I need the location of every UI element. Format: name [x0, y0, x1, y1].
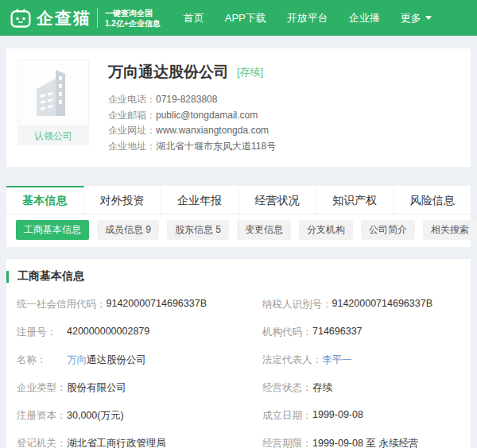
field-label: 名称：	[17, 353, 67, 367]
logo-divider	[97, 8, 98, 28]
sub-tabs: 工商基本信息 成员信息 9 股东信息 5 变更信息 分支机构 公司简介 相关搜索	[6, 214, 471, 247]
subtab-changes[interactable]: 变更信息	[237, 220, 291, 240]
keyword-highlight: 万向	[67, 354, 87, 365]
field-label: 登记机关：	[17, 437, 67, 448]
field-label: 经营状态：	[262, 381, 312, 395]
subtab-business-basic-info[interactable]: 工商基本信息	[16, 220, 89, 240]
tab-annual-report[interactable]: 企业年报	[161, 186, 239, 214]
field-value: 714696337	[312, 326, 363, 339]
field-label: 机构代码：	[262, 326, 312, 339]
field-value: 1999-09-08	[312, 409, 363, 423]
tab-operating-status[interactable]: 经营状况	[239, 186, 317, 214]
section-accent-bar	[6, 271, 9, 283]
cat-logo-icon	[10, 7, 32, 29]
tabs-card: 基本信息 对外投资 企业年报 经营状况 知识产权 风险信息 工商基本信息 成员信…	[6, 186, 471, 247]
tab-risk-info[interactable]: 风险信息	[394, 186, 471, 214]
company-phone: 企业电话：0719-8283808	[108, 92, 276, 108]
nav-more[interactable]: 更多	[390, 0, 442, 36]
field-value: 股份有限公司	[67, 381, 126, 395]
company-name: 万向通达股份公司	[108, 62, 229, 83]
subtab-shareholders[interactable]: 股东信息 5	[167, 220, 229, 240]
tab-outbound-investment[interactable]: 对外投资	[84, 186, 162, 214]
subtab-members[interactable]: 成员信息 9	[97, 220, 159, 240]
top-navbar: 企查猫 一键查询全国 1.2亿+企业信息 首页 APP下载 开放平台 企业播 更…	[0, 0, 477, 36]
table-row: 企业类型：股份有限公司 经营状态：存续	[6, 374, 471, 402]
company-media: 认领公司	[17, 60, 89, 154]
legal-representative-link[interactable]: 李平一	[322, 353, 352, 367]
field-value: 30,000(万元)	[67, 409, 124, 423]
field-label: 企业类型：	[17, 381, 67, 395]
business-info-table: 统一社会信用代码：91420000714696337B 纳税人识别号：91420…	[6, 291, 471, 448]
field-value: 91420000714696337B	[107, 298, 207, 311]
company-status-badge: [存续]	[237, 65, 263, 79]
field-value: 420000000002879	[67, 326, 149, 339]
nav-company-broadcast[interactable]: 企业播	[339, 0, 390, 36]
chevron-down-icon	[425, 16, 432, 20]
main-nav: 首页 APP下载 开放平台 企业播 更多	[173, 0, 442, 36]
field-label: 注册号：	[17, 326, 67, 339]
company-website[interactable]: 企业网址：www.wanxiangtongda.com	[108, 123, 276, 139]
site-tagline: 一键查询全国 1.2亿+企业信息	[105, 8, 161, 29]
table-row: 登记机关：湖北省工商行政管理局 经营期限：1999-09-08 至 永续经营	[6, 430, 471, 448]
field-value: 1999-09-08 至 永续经营	[312, 437, 418, 448]
business-info-card: 工商基本信息 统一社会信用代码：91420000714696337B 纳税人识别…	[6, 259, 471, 448]
table-row: 名称： 万向通达股份公司 法定代表人： 李平一	[6, 346, 471, 374]
company-main: 万向通达股份公司 [存续] 企业电话：0719-8283808 企业邮箱：pub…	[108, 60, 276, 154]
field-label: 纳税人识别号：	[262, 298, 332, 311]
table-row: 注册资本：30,000(万元) 成立日期：1999-09-08	[6, 402, 471, 430]
company-address: 企业地址：湖北省十堰市东风大道118号	[108, 139, 276, 155]
subtab-branches[interactable]: 分支机构	[299, 220, 353, 240]
claim-company-button[interactable]: 认领公司	[17, 126, 89, 145]
nav-app-download[interactable]: APP下载	[215, 0, 277, 36]
subtab-related-search[interactable]: 相关搜索	[423, 220, 477, 240]
company-contact-info: 企业电话：0719-8283808 企业邮箱：public@tongdamail…	[108, 92, 276, 154]
table-row: 注册号：420000000002879 机构代码：714696337	[6, 319, 471, 346]
field-label: 注册资本：	[17, 409, 67, 423]
nav-home[interactable]: 首页	[173, 0, 215, 36]
subtab-company-profile[interactable]: 公司简介	[361, 220, 415, 240]
tab-intellectual-property[interactable]: 知识产权	[316, 186, 394, 214]
site-logo[interactable]: 企查猫	[10, 7, 91, 29]
table-row: 统一社会信用代码：91420000714696337B 纳税人识别号：91420…	[6, 291, 471, 319]
field-label: 法定代表人：	[262, 353, 322, 367]
section-title: 工商基本信息	[17, 269, 84, 284]
field-value: 湖北省工商行政管理局	[67, 437, 166, 448]
site-name: 企查猫	[37, 7, 91, 29]
building-placeholder-icon	[17, 60, 89, 126]
company-summary-card: 认领公司 万向通达股份公司 [存续] 企业电话：0719-8283808 企业邮…	[6, 48, 471, 167]
field-label: 经营期限：	[262, 437, 312, 448]
field-value: 存续	[312, 381, 332, 395]
tab-basic-info[interactable]: 基本信息	[6, 186, 84, 214]
field-value: 万向通达股份公司	[67, 353, 146, 367]
nav-open-platform[interactable]: 开放平台	[277, 0, 339, 36]
field-value: 91420000714696337B	[332, 298, 433, 311]
company-email: 企业邮箱：public@tongdamail.com	[108, 108, 276, 124]
field-label: 统一社会信用代码：	[17, 298, 107, 311]
section-header: 工商基本信息	[6, 269, 471, 284]
main-tabs: 基本信息 对外投资 企业年报 经营状况 知识产权 风险信息	[6, 186, 471, 214]
field-label: 成立日期：	[262, 409, 312, 423]
